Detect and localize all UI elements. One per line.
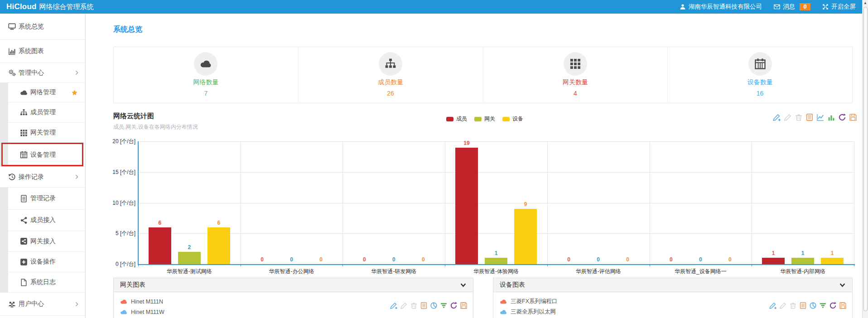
legend-item-devices[interactable]: 设备 [502,115,523,123]
edit-add-icon[interactable] [769,302,777,309]
funnel-icon[interactable] [819,302,827,309]
trash-icon[interactable] [410,302,418,309]
sidebar-item-gateway-management[interactable]: 网关管理 [0,123,85,143]
cloud-icon [120,308,127,316]
doc-icon[interactable] [805,113,814,121]
stat-icon-circle [194,52,217,76]
device-item-label: 三菱全系列以太网 [511,308,556,316]
fullscreen-toggle[interactable]: 开启全屏 [822,3,856,11]
bar-设备[interactable] [514,209,537,264]
sidebar-item-user-center[interactable]: 用户中心 [0,293,85,316]
sidebar-item-device-operations[interactable]: 设备操作 [0,252,85,272]
legend-item-members[interactable]: 成员 [446,115,467,123]
refresh-icon[interactable] [450,302,458,309]
refresh-icon[interactable] [829,302,837,309]
sidebar-item-label: 设备操作 [30,258,56,266]
doc-icon[interactable] [420,302,428,309]
gateway-panel-toolbar [390,302,468,309]
edit-add-icon[interactable] [390,302,398,309]
bar-网关[interactable] [791,258,814,264]
x-axis-tick [138,264,139,266]
line-chart-icon[interactable] [816,113,825,121]
bar-value-label: 0 [587,256,610,263]
sidebar-item-system-overview[interactable]: 系统总览 [0,14,85,40]
app-root: { "colors": { "navbar_bg": "#2095d8", "b… [0,0,868,318]
doc-icon[interactable] [799,302,807,309]
plus-square-icon [20,258,28,266]
gateway-charts-panel: 网关图表 Hinet M111N Hinet M111W [113,278,473,318]
stat-icon-circle [564,52,587,76]
funnel-icon[interactable] [440,302,448,309]
bar-成员[interactable] [455,148,478,264]
scrollbar-up-arrow[interactable]: ▲ [863,0,868,6]
edit-icon[interactable] [400,302,408,309]
bar-成员[interactable] [762,258,785,264]
refresh-icon[interactable] [838,113,846,121]
trash-icon[interactable] [789,302,797,309]
gridline-vertical [241,141,241,264]
cloud-icon [500,298,507,305]
fullscreen-label: 开启全屏 [831,3,856,11]
bar-网关[interactable] [485,258,507,264]
history-icon [8,173,16,181]
brand-suffix: 网络综合管理系统 [39,3,94,11]
sidebar-item-label: 管理中心 [19,69,44,77]
star-icon [71,89,78,96]
messages-count-badge: 0 [800,3,810,10]
pie-icon[interactable] [809,302,817,309]
gateway-panel-header[interactable]: 网关图表 [114,278,473,292]
sidebar-item-operation-records[interactable]: 操作记录 [0,167,85,188]
sidebar-item-management-records[interactable]: 管理记录 [0,188,85,210]
share-icon [20,217,28,224]
save-icon[interactable] [460,302,468,309]
bar-value-label: 9 [514,201,537,207]
bar-设备[interactable] [821,258,844,264]
stats-panel: 网络数量 7 成员数量 26 网关数量 4 设备数量 16 [113,47,853,103]
trash-icon[interactable] [795,113,803,121]
chevron-down-icon [839,282,846,289]
sidebar-item-device-management[interactable]: 设备管理 [0,143,85,167]
bar-chart-icon[interactable] [827,113,835,121]
bar-value-label: 0 [689,256,712,263]
gateway-item-label: Hinet M111W [131,309,164,315]
grid-icon [569,58,581,70]
bar-网关[interactable] [178,252,201,264]
sidebar-item-member-access[interactable]: 成员接入 [0,210,85,231]
page-scrollbar[interactable]: ▲ [862,0,868,318]
edit-add-icon[interactable] [773,113,781,121]
company-name: 湖南华辰智通科技有限公司 [689,3,762,11]
file-text-icon [20,195,28,202]
device-panel-header[interactable]: 设备图表 [493,278,852,292]
legend-item-gateways[interactable]: 网关 [474,115,495,123]
stat-value: 7 [204,90,207,97]
sidebar-item-management-center[interactable]: 管理中心 [0,63,85,83]
stat-label: 网关数量 [563,78,588,87]
gridline-horizontal [139,172,854,173]
brand-logo: HiCloud [6,2,37,11]
pie-icon[interactable] [430,302,438,309]
x-axis-category-label: 华辰智通-内部网络 [752,268,854,275]
sidebar-item-system-logs[interactable]: 系统日志 [0,272,85,293]
sidebar-item-gateway-access[interactable]: 网关接入 [0,231,85,252]
chart-icon [8,48,16,55]
company-menu[interactable]: 湖南华辰智通科技有限公司 [680,3,762,11]
edit-icon[interactable] [784,113,792,121]
bar-value-label: 0 [353,256,376,263]
x-axis-tick [752,264,752,266]
calendar-icon [20,151,28,159]
edit-icon[interactable] [779,302,787,309]
sidebar-item-label: 成员管理 [30,108,56,116]
sidebar-item-system-charts[interactable]: 系统图表 [0,40,85,63]
device-charts-panel: 设备图表 三菱FX系列编程口 三菱全系列以太网 [493,278,853,318]
sidebar-item-network-management[interactable]: 网络管理 [0,83,85,102]
bar-设备[interactable] [207,227,230,264]
messages-menu[interactable]: 消息 0 [774,3,810,11]
save-icon[interactable] [849,113,857,121]
scrollbar-thumb[interactable] [863,7,868,311]
save-icon[interactable] [839,302,847,309]
sidebar-item-label: 系统总览 [19,23,44,31]
y-axis-tick-label: 10 [个/台] [104,199,135,207]
x-axis-category-label: 华辰智通-研发网络 [342,268,445,275]
sidebar-item-member-management[interactable]: 成员管理 [0,102,85,123]
bar-成员[interactable] [149,227,171,264]
